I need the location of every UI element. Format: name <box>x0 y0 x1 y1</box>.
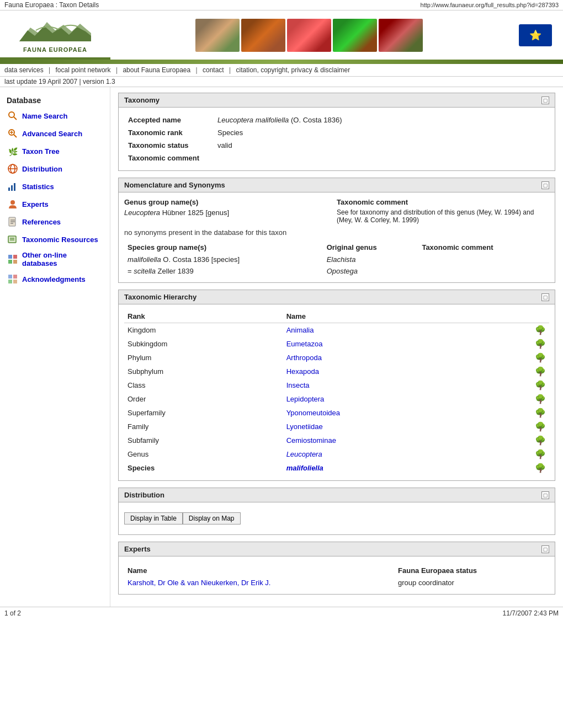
species-name-italic: malifoliella <box>128 255 161 264</box>
distribution-section-title: Distribution <box>124 491 164 499</box>
sidebar-label-other-databases: Other on-line databases <box>22 251 103 267</box>
hierarchy-name-link[interactable]: Cemiostominae <box>286 436 336 445</box>
distribution-buttons: Display in Table Display on Map <box>124 512 549 524</box>
genus-group-header-text: Genus group name(s) <box>124 198 198 206</box>
taxon-tree-link-icon[interactable]: 🌳 <box>535 449 546 459</box>
hierarchy-name[interactable]: Lepidoptera <box>283 392 489 406</box>
experts-section-body: Name Fauna Europaea status Karsholt, Dr … <box>119 556 555 594</box>
taxonomy-section-header: Taxonomy □ <box>119 93 555 108</box>
table-row: SubphylumHexapoda🌳 <box>124 365 549 378</box>
sidebar-label-acknowledgments: Acknowledgments <box>22 275 86 283</box>
hierarchy-tree-icon[interactable]: 🌳 <box>489 337 549 351</box>
hierarchy-name[interactable]: Yponomeutoidea <box>283 406 489 420</box>
sidebar-item-distribution[interactable]: Distribution <box>0 160 110 178</box>
hierarchy-name-link[interactable]: Lyonetiidae <box>286 422 323 431</box>
hierarchy-name-link[interactable]: Eumetazoa <box>286 340 323 348</box>
table-row: SubfamilyCemiostominae🌳 <box>124 433 549 447</box>
hierarchy-name-link[interactable]: Animalia <box>286 326 314 334</box>
taxon-tree-link-icon[interactable]: 🌳 <box>535 394 546 404</box>
sidebar-item-experts[interactable]: Experts <box>0 195 110 213</box>
hierarchy-tree-icon[interactable]: 🌳 <box>489 447 549 461</box>
svg-point-15 <box>10 200 15 205</box>
hierarchy-name-link[interactable]: Hexapoda <box>286 367 319 376</box>
nav-focal-point[interactable]: focal point network <box>56 66 111 74</box>
hierarchy-tree-icon[interactable]: 🌳 <box>489 420 549 433</box>
table-row: Taxonomic comment <box>125 152 548 164</box>
banner-center <box>110 10 508 60</box>
experts-collapse-button[interactable]: □ <box>541 545 549 553</box>
hierarchy-name[interactable]: Hexapoda <box>283 365 489 378</box>
sidebar-item-name-search[interactable]: Name Search <box>0 107 110 125</box>
experts-section: Experts □ Name Fauna Europaea status Kar… <box>118 542 555 595</box>
rank-value: Species <box>215 127 548 138</box>
hierarchy-name[interactable]: Arthropoda <box>283 351 489 365</box>
sidebar-item-acknowledgments[interactable]: Acknowledgments <box>0 270 110 288</box>
hierarchy-tree-icon[interactable]: 🌳 <box>489 406 549 420</box>
table-row: KingdomAnimalia🌳 <box>124 323 549 338</box>
display-map-button[interactable]: Display on Map <box>183 512 241 524</box>
taxon-tree-link-icon[interactable]: 🌳 <box>535 325 546 335</box>
expert-name[interactable]: Karsholt, Dr Ole & van Nieukerken, Dr Er… <box>124 577 395 588</box>
original-genus-header: Original genus <box>323 241 419 254</box>
taxon-tree-link-icon[interactable]: 🌳 <box>535 422 546 431</box>
hierarchy-name[interactable]: Animalia <box>283 323 489 338</box>
sidebar-item-taxon-tree[interactable]: 🌿 Taxon Tree <box>0 142 110 160</box>
page-header: Fauna Europaea : Taxon Details http://ww… <box>0 0 563 10</box>
taxonomy-collapse-button[interactable]: □ <box>541 97 549 104</box>
sidebar-title: Database <box>0 93 110 107</box>
hierarchy-tree-icon[interactable]: 🌳 <box>489 378 549 392</box>
genus-group-header: Genus group name(s) Leucoptera Hübner 18… <box>124 198 337 224</box>
nav-citation[interactable]: citation, copyright, privacy & disclaime… <box>236 66 350 74</box>
species-entry-1-name: malifoliella O. Costa 1836 [species] <box>124 254 323 265</box>
svg-rect-26 <box>13 260 17 264</box>
sidebar-item-other-databases[interactable]: Other on-line databases <box>0 248 110 270</box>
hierarchy-tree-icon[interactable]: 🌳 <box>489 461 549 475</box>
distribution-collapse-button[interactable]: □ <box>541 491 549 499</box>
hierarchy-tree-icon[interactable]: 🌳 <box>489 392 549 406</box>
sidebar-item-references[interactable]: References <box>0 213 110 231</box>
hierarchy-collapse-button[interactable]: □ <box>541 293 549 301</box>
expert-name-link[interactable]: Karsholt, Dr Ole & van Nieukerken, Dr Er… <box>128 579 270 587</box>
hierarchy-name-link[interactable]: Leucoptera <box>286 450 322 458</box>
nav-about[interactable]: about Fauna Europaea <box>123 66 190 74</box>
nav-bar: data services | focal point network | ab… <box>0 64 563 77</box>
hierarchy-tree-icon[interactable]: 🌳 <box>489 323 549 338</box>
taxon-tree-link-icon[interactable]: 🌳 <box>535 339 546 349</box>
hierarchy-tree-icon[interactable]: 🌳 <box>489 351 549 365</box>
hierarchy-name[interactable]: Eumetazoa <box>283 337 489 351</box>
statistics-icon <box>7 180 19 192</box>
hierarchy-name-link[interactable]: malifoliella <box>286 464 323 472</box>
nav-contact[interactable]: contact <box>203 66 224 74</box>
hierarchy-name-link[interactable]: Lepidoptera <box>286 395 325 403</box>
sidebar-item-advanced-search[interactable]: Advanced Search <box>0 125 110 142</box>
hierarchy-tree-icon[interactable]: 🌳 <box>489 433 549 447</box>
taxon-tree-link-icon[interactable]: 🌳 <box>535 463 546 473</box>
hierarchy-section-title: Taxonomic Hierarchy <box>124 293 196 301</box>
hierarchy-section-header: Taxonomic Hierarchy □ <box>119 290 555 304</box>
taxon-tree-link-icon[interactable]: 🌳 <box>535 367 546 376</box>
taxon-tree-link-icon[interactable]: 🌳 <box>535 408 546 417</box>
display-table-button[interactable]: Display in Table <box>124 512 183 524</box>
sidebar-label-experts: Experts <box>22 200 49 208</box>
sidebar-item-statistics[interactable]: Statistics <box>0 178 110 195</box>
hierarchy-name[interactable]: Lyonetiidae <box>283 420 489 433</box>
page-footer: 1 of 2 11/7/2007 2:43 PM <box>0 607 563 619</box>
table-row: SuperfamilyYponomeutoidea🌳 <box>124 406 549 420</box>
hierarchy-name[interactable]: Leucoptera <box>283 447 489 461</box>
hierarchy-name-link[interactable]: Arthropoda <box>286 354 322 362</box>
sidebar-item-taxonomic-resources[interactable]: Taxonomic Resources <box>0 231 110 248</box>
hierarchy-name-link[interactable]: Yponomeutoidea <box>286 409 340 417</box>
taxon-tree-link-icon[interactable]: 🌳 <box>535 436 546 445</box>
taxon-tree-link-icon[interactable]: 🌳 <box>535 353 546 362</box>
eu-flag-icon: ⭐ <box>519 24 552 46</box>
hierarchy-name[interactable]: Cemiostominae <box>283 433 489 447</box>
hierarchy-name-link[interactable]: Insecta <box>286 381 310 389</box>
hierarchy-name[interactable]: malifoliella <box>283 461 489 475</box>
nomenclature-collapse-button[interactable]: □ <box>541 181 549 189</box>
last-update: last update 19 April 2007 | version 1.3 <box>0 77 563 87</box>
hierarchy-tree-icon[interactable]: 🌳 <box>489 365 549 378</box>
tax-comment-header: Taxonomic comment <box>337 198 408 206</box>
nav-data-services[interactable]: data services <box>4 66 44 74</box>
taxon-tree-link-icon[interactable]: 🌳 <box>535 381 546 390</box>
hierarchy-name[interactable]: Insecta <box>283 378 489 392</box>
